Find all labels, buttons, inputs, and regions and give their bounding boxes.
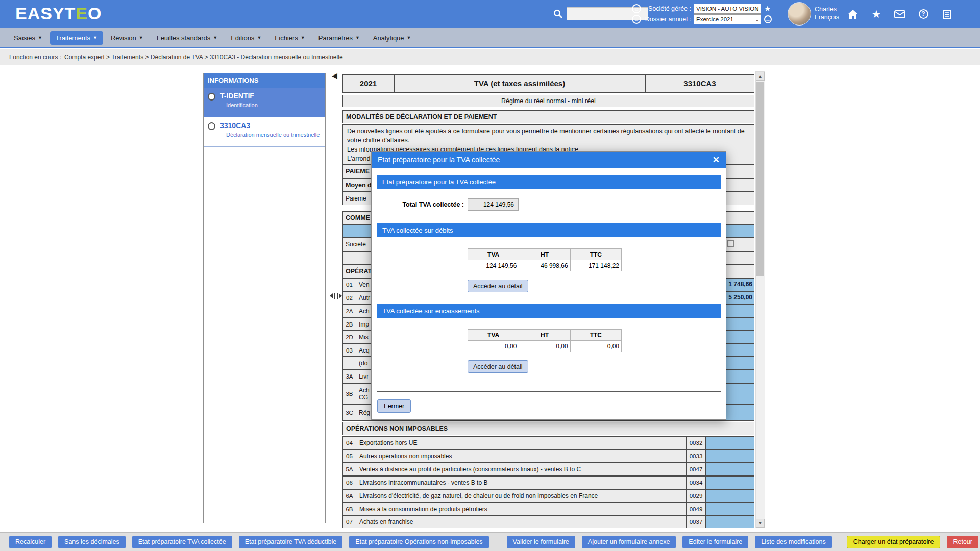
total-tva-label: Total TVA collectée : (372, 201, 464, 208)
menu-traitements[interactable]: Traitements▼ (50, 31, 103, 45)
retour-button[interactable]: Retour (947, 536, 978, 548)
input-cell[interactable] (705, 503, 754, 515)
easyteo-logo[interactable]: EASYTEO (15, 4, 102, 23)
value-cell-02[interactable]: 5 250,00 (726, 292, 754, 304)
col-ht: HT (519, 330, 570, 341)
chevron-down-icon: ⌄ (755, 15, 760, 24)
chevron-down-icon: ⌄ (755, 5, 760, 14)
informations-panel-title: INFORMATIONS (204, 73, 325, 88)
input-cell[interactable] (726, 305, 754, 317)
context-box: ⌂ Société gérée : VISION - AUTO VISION⌄ … (632, 2, 780, 26)
easyteo-app: EASYTEO ⌂ Société gérée : VISION - AUTO … (0, 0, 980, 551)
user-name: Charles François (815, 5, 839, 21)
menu-editions[interactable]: Editions▼ (225, 31, 267, 45)
menu-revision[interactable]: Révision▼ (105, 31, 149, 45)
form-scrollbar[interactable]: ▲ ▼ (755, 71, 765, 528)
user-last-name: François (815, 13, 839, 21)
section-encaissements: TVA collectée sur encaissements (377, 304, 721, 318)
radio-icon[interactable] (208, 122, 215, 130)
row-04: 04Exportations hors UE 0032 (342, 436, 754, 449)
input-cell[interactable] (705, 477, 754, 489)
menu-feuilles-standards[interactable]: Feuilles standards▼ (151, 31, 223, 45)
mail-icon[interactable] (894, 9, 905, 20)
dossier-label: Dossier annuel : (644, 16, 691, 23)
informations-panel: INFORMATIONS T-IDENTIF Identification 33… (203, 73, 326, 523)
recalculer-button[interactable]: Recalculer (9, 536, 52, 548)
home-icon[interactable] (847, 9, 859, 20)
input-cell[interactable] (726, 370, 754, 383)
encaissements-tva-value: 0,00 (468, 341, 519, 352)
star-icon[interactable]: ★ (871, 9, 882, 20)
row-cell (726, 238, 754, 251)
menu-fichiers[interactable]: Fichiers▼ (269, 31, 310, 45)
input-cell[interactable] (726, 357, 754, 369)
section-modalites: MODALITÉS DE DÉCLARATION ET DE PAIEMENT (342, 110, 754, 123)
input-cell[interactable] (726, 318, 754, 330)
etat-operations-non-imposables-button[interactable]: Etat préparatoire Opérations non-imposab… (349, 536, 488, 548)
row-06: 06Livraisons intracommunautaires - vente… (342, 476, 754, 489)
form-code: 3310CA3 (645, 74, 754, 93)
sidebar-item-t-identif[interactable]: T-IDENTIF Identification (204, 88, 325, 117)
go-circle-icon[interactable]: → (764, 16, 772, 23)
input-cell[interactable] (705, 516, 754, 528)
menu-parametres[interactable]: Paramètres▼ (313, 31, 365, 45)
input-cell[interactable] (705, 463, 754, 475)
help-icon[interactable]: ? (918, 9, 929, 20)
menu-analytique[interactable]: Analytique▼ (368, 31, 417, 45)
row-cell (726, 165, 754, 178)
scrollbar-thumb[interactable] (756, 82, 764, 276)
collapse-panel-icon[interactable]: ◀ (332, 71, 337, 80)
encaissements-detail-button[interactable]: Accéder au détail (468, 360, 528, 373)
row-07: 07Achats en franchise 0037 (342, 516, 754, 528)
company-select[interactable]: VISION - AUTO VISION⌄ (694, 4, 761, 14)
editer-formulaire-button[interactable]: Editer le formulaire (682, 536, 748, 548)
input-cell[interactable] (705, 490, 754, 502)
scroll-up-icon[interactable]: ▲ (756, 72, 765, 81)
etat-tva-deductible-button[interactable]: Etat préparatoire TVA déductible (239, 536, 343, 548)
form-title: TVA (et taxes assimilées) (394, 74, 645, 93)
avatar[interactable] (788, 2, 811, 26)
top-header: EASYTEO ⌂ Société gérée : VISION - AUTO … (0, 0, 980, 28)
sidebar-item-3310ca3[interactable]: 3310CA3 Déclaration mensuelle ou trimest… (204, 117, 325, 147)
row-cell (726, 252, 754, 264)
col-tva: TVA (468, 330, 519, 341)
close-icon[interactable]: ✕ (713, 155, 720, 165)
debits-table: TVA HT TTC 124 149,56 46 998,66 171 148,… (468, 248, 622, 271)
input-cell[interactable] (705, 437, 754, 449)
ajouter-formulaire-annexe-button[interactable]: Ajouter un formulaire annexe (582, 536, 676, 548)
menu-saisies[interactable]: Saisies▼ (8, 31, 48, 45)
checkbox[interactable] (727, 240, 734, 247)
notes-icon[interactable] (941, 9, 952, 20)
input-cell[interactable] (726, 331, 754, 343)
input-cell[interactable] (726, 384, 754, 404)
fermer-button[interactable]: Fermer (377, 399, 411, 413)
input-cell[interactable] (705, 450, 754, 462)
apps-grid-icon[interactable] (965, 9, 976, 20)
back-circle-icon[interactable]: ← (632, 15, 641, 24)
row-cell (726, 212, 754, 224)
sans-decimales-button[interactable]: Sans les décimales (58, 536, 126, 548)
valider-formulaire-button[interactable]: Valider le formulaire (507, 536, 575, 548)
section-debits: TVA collectée sur débits (377, 223, 721, 237)
debits-ttc-value: 171 148,22 (570, 260, 621, 271)
input-cell[interactable] (726, 225, 754, 237)
dossier-value: Exercice 2021 (696, 16, 733, 22)
dossier-select[interactable]: Exercice 2021⌄ (694, 14, 761, 24)
liste-modifications-button[interactable]: Liste des modifications (755, 536, 831, 548)
value-cell-01[interactable]: 1 748,66 (726, 279, 754, 291)
modal-section-main: Etat préparatoire pour la TVA collectée (377, 175, 721, 189)
total-tva-value: 124 149,56 (468, 198, 519, 211)
input-cell[interactable] (726, 344, 754, 356)
input-cell[interactable] (726, 405, 754, 420)
favorite-star-icon[interactable]: ★ (764, 4, 771, 13)
row-6a: 6ALivraisons d'électricité, de gaz natur… (342, 489, 754, 503)
charger-etat-preparatoire-button[interactable]: Charger un état préparatoire (847, 536, 941, 548)
logo-accent-e: E (76, 4, 88, 23)
scroll-down-icon[interactable]: ▼ (756, 519, 765, 528)
user-first-name: Charles (815, 5, 839, 13)
etat-tva-collectee-button[interactable]: Etat préparatoire TVA collectée (132, 536, 232, 548)
column-resize-cursor (329, 292, 343, 300)
home-circle-icon[interactable]: ⌂ (632, 4, 641, 13)
debits-detail-button[interactable]: Accéder au détail (468, 280, 528, 292)
radio-icon[interactable] (208, 93, 215, 101)
